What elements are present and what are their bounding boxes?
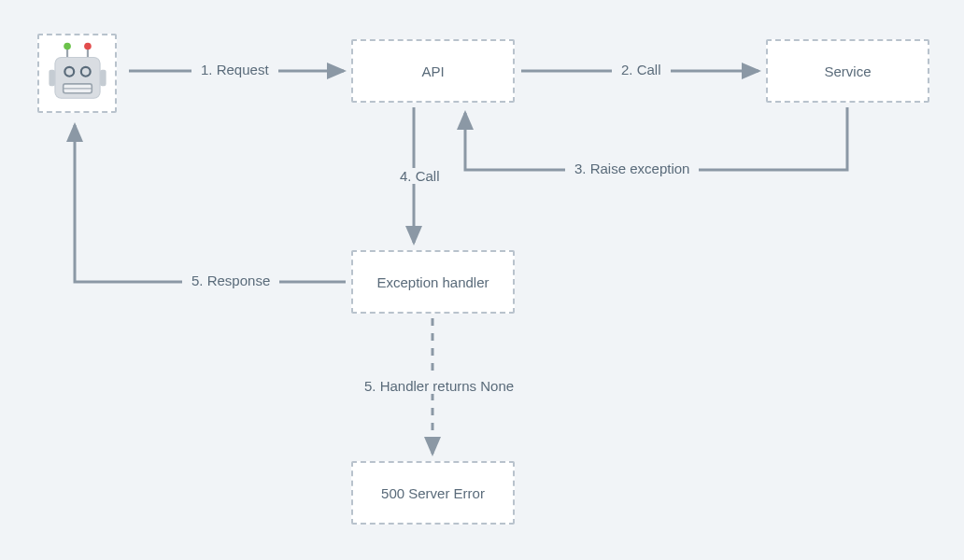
edge-call-api-handler-label: 4. Call — [390, 168, 449, 184]
robot-icon — [45, 41, 110, 106]
edge-request-label: 1. Request — [191, 62, 278, 77]
svg-rect-9 — [49, 69, 55, 86]
node-server-error-label: 500 Server Error — [381, 485, 485, 501]
svg-point-5 — [64, 42, 71, 49]
node-robot — [37, 34, 117, 113]
edge-handler-returns-none-label: 5. Handler returns None — [355, 378, 523, 394]
svg-point-7 — [84, 42, 92, 49]
edge-raise-exception-label: 3. Raise exception — [565, 161, 699, 176]
node-service: Service — [766, 39, 929, 103]
node-api: API — [351, 39, 515, 103]
node-exception-handler-label: Exception handler — [376, 274, 489, 290]
node-service-label: Service — [824, 63, 871, 79]
edge-response-label: 5. Response — [182, 273, 279, 288]
node-server-error: 500 Server Error — [351, 461, 515, 525]
edge-call-api-service-label: 2. Call — [612, 62, 671, 77]
node-exception-handler: Exception handler — [351, 250, 515, 314]
svg-rect-10 — [100, 69, 106, 86]
node-api-label: API — [421, 63, 444, 79]
